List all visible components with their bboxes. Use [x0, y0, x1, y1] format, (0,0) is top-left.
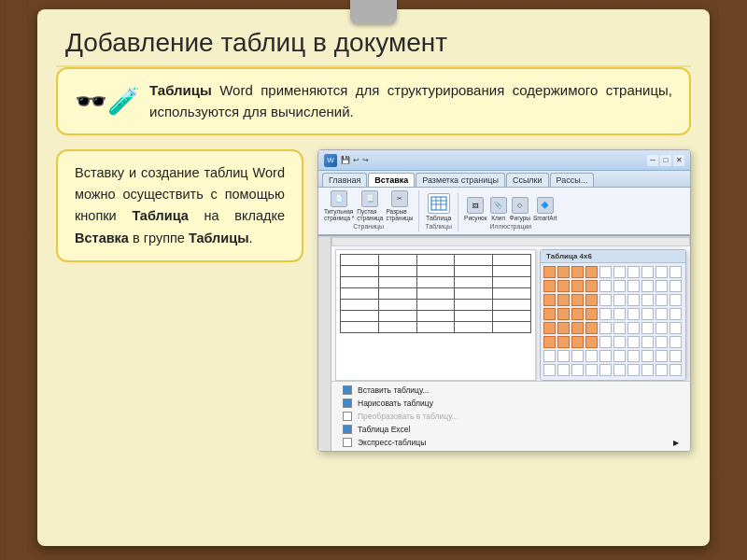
- redo-icon[interactable]: ↪: [362, 156, 369, 164]
- tab-razmetka[interactable]: Разметка страницы: [416, 173, 505, 187]
- picker-cell[interactable]: [641, 266, 654, 278]
- picker-cell[interactable]: [557, 280, 570, 292]
- maximize-button[interactable]: □: [660, 155, 671, 166]
- picker-cell[interactable]: [585, 350, 598, 362]
- picker-cell[interactable]: [655, 336, 668, 348]
- picker-cell[interactable]: [627, 294, 640, 306]
- picker-cell[interactable]: [669, 280, 682, 292]
- picker-cell[interactable]: [641, 364, 654, 376]
- picker-cell[interactable]: [571, 294, 584, 306]
- picker-cell[interactable]: [655, 294, 668, 306]
- picker-cell[interactable]: [627, 308, 640, 320]
- titulnaya-button[interactable]: 📄 Титульнаястраница *: [324, 190, 354, 221]
- picker-cell[interactable]: [585, 266, 598, 278]
- picker-cell[interactable]: [669, 308, 682, 320]
- picker-cell[interactable]: [543, 336, 556, 348]
- razryv-button[interactable]: ✂ Разрывстраницы: [386, 190, 413, 221]
- picker-cell[interactable]: [613, 350, 626, 362]
- picker-cell[interactable]: [613, 336, 626, 348]
- picker-cell[interactable]: [641, 308, 654, 320]
- picker-cell[interactable]: [585, 336, 598, 348]
- picker-cell[interactable]: [571, 266, 584, 278]
- figury-button[interactable]: ◇ Фигуры: [510, 197, 530, 221]
- picker-cell[interactable]: [655, 322, 668, 334]
- picker-cell[interactable]: [585, 364, 598, 376]
- picker-cell[interactable]: [613, 364, 626, 376]
- picker-cell[interactable]: [543, 280, 556, 292]
- tab-glavnaya[interactable]: Главная: [322, 173, 367, 187]
- picker-cell[interactable]: [669, 322, 682, 334]
- picker-cell[interactable]: [613, 322, 626, 334]
- picker-cell[interactable]: [641, 280, 654, 292]
- picker-cell[interactable]: [669, 266, 682, 278]
- picker-cell[interactable]: [627, 364, 640, 376]
- picker-cell[interactable]: [655, 266, 668, 278]
- picker-cell[interactable]: [571, 322, 584, 334]
- smartart-button[interactable]: 🔷 SmartArt: [533, 197, 557, 221]
- picker-cell[interactable]: [655, 280, 668, 292]
- klip-button[interactable]: 📎 Клип: [490, 197, 507, 221]
- picker-cell[interactable]: [557, 266, 570, 278]
- picker-grid[interactable]: [541, 263, 685, 380]
- picker-cell[interactable]: [655, 350, 668, 362]
- picker-cell[interactable]: [543, 266, 556, 278]
- picker-cell[interactable]: [655, 308, 668, 320]
- picker-cell[interactable]: [613, 280, 626, 292]
- menu-item-excel[interactable]: Таблица Excel: [339, 423, 683, 436]
- picker-cell[interactable]: [543, 294, 556, 306]
- close-button[interactable]: ✕: [673, 155, 684, 166]
- picker-cell[interactable]: [585, 322, 598, 334]
- picker-cell[interactable]: [557, 350, 570, 362]
- picker-cell[interactable]: [585, 294, 598, 306]
- picker-cell[interactable]: [543, 364, 556, 376]
- picker-cell[interactable]: [585, 308, 598, 320]
- picker-cell[interactable]: [613, 294, 626, 306]
- picker-cell[interactable]: [669, 294, 682, 306]
- picker-cell[interactable]: [627, 322, 640, 334]
- picker-cell[interactable]: [557, 322, 570, 334]
- picker-cell[interactable]: [641, 350, 654, 362]
- table-button[interactable]: Таблица: [426, 193, 451, 221]
- menu-item-narisovat[interactable]: Нарисовать таблицу: [339, 397, 683, 410]
- picker-cell[interactable]: [669, 364, 682, 376]
- picker-cell[interactable]: [669, 336, 682, 348]
- picker-cell[interactable]: [641, 294, 654, 306]
- picker-cell[interactable]: [557, 308, 570, 320]
- picker-cell[interactable]: [641, 322, 654, 334]
- picker-cell[interactable]: [613, 266, 626, 278]
- picker-cell[interactable]: [543, 350, 556, 362]
- picker-cell[interactable]: [557, 294, 570, 306]
- picker-cell[interactable]: [599, 350, 612, 362]
- picker-cell[interactable]: [627, 350, 640, 362]
- picker-cell[interactable]: [627, 336, 640, 348]
- picker-cell[interactable]: [557, 364, 570, 376]
- picker-cell[interactable]: [571, 308, 584, 320]
- picker-cell[interactable]: [627, 266, 640, 278]
- picker-cell[interactable]: [669, 350, 682, 362]
- picker-cell[interactable]: [557, 336, 570, 348]
- pustaya-button[interactable]: 📃 Пустаястраница: [357, 190, 383, 221]
- menu-item-express[interactable]: Экспресс-таблицы ▶: [339, 436, 683, 449]
- tab-rassylki[interactable]: Рассы...: [550, 173, 595, 187]
- picker-cell[interactable]: [641, 336, 654, 348]
- save-icon[interactable]: 💾: [341, 156, 350, 164]
- picker-cell[interactable]: [599, 322, 612, 334]
- picker-cell[interactable]: [655, 364, 668, 376]
- picker-cell[interactable]: [543, 308, 556, 320]
- picker-cell[interactable]: [571, 364, 584, 376]
- picker-cell[interactable]: [599, 294, 612, 306]
- menu-item-preobrazovat[interactable]: Преобразовать в таблицу...: [339, 410, 683, 423]
- risunok-button[interactable]: 🖼 Рисунок: [464, 197, 487, 221]
- picker-cell[interactable]: [599, 364, 612, 376]
- picker-cell[interactable]: [599, 266, 612, 278]
- undo-icon[interactable]: ↩: [353, 156, 359, 164]
- picker-cell[interactable]: [599, 308, 612, 320]
- picker-cell[interactable]: [627, 280, 640, 292]
- tab-vstavka[interactable]: Вставка: [368, 173, 415, 187]
- picker-cell[interactable]: [599, 280, 612, 292]
- picker-cell[interactable]: [543, 322, 556, 334]
- picker-cell[interactable]: [613, 308, 626, 320]
- menu-item-vstavit[interactable]: Вставить таблицу...: [339, 384, 683, 397]
- picker-cell[interactable]: [571, 280, 584, 292]
- picker-cell[interactable]: [571, 350, 584, 362]
